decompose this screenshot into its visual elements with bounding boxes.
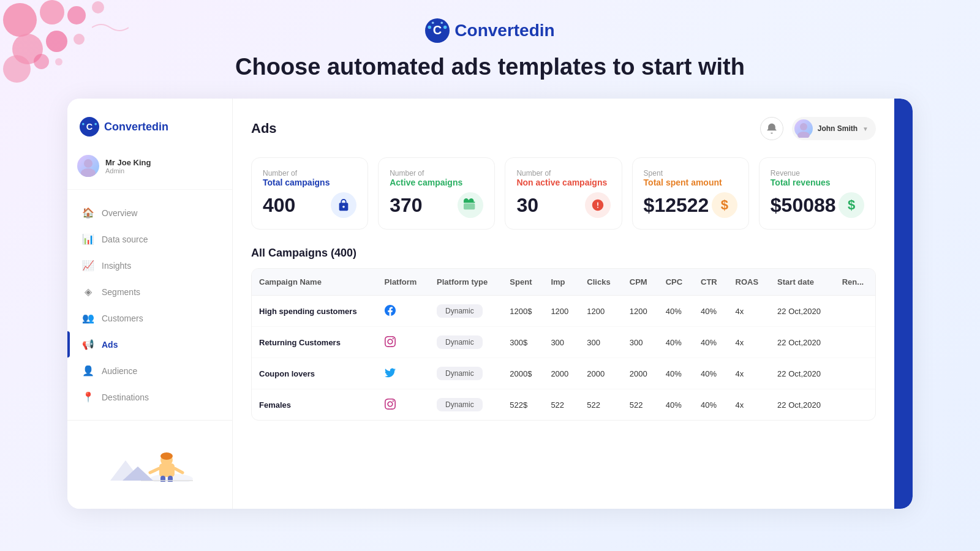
spent-cell: 1200$	[502, 296, 543, 327]
campaigns-section: All Campaigns (400) Campaign Name Platfo…	[251, 247, 876, 421]
audience-icon: 👤	[82, 365, 94, 377]
cpc-cell: 40%	[658, 358, 693, 389]
stat-value-active: 370	[390, 194, 422, 217]
svg-point-24	[797, 132, 810, 138]
stat-card-non-active-campaigns: Number of Non active campaigns 30	[505, 157, 622, 230]
sidebar: C Convertedin Mr Joe King Admin 🏠 Overv	[67, 99, 233, 509]
content-topbar: Ads John Smith ▼	[251, 117, 876, 140]
imp-cell: 300	[543, 327, 579, 358]
stat-icon-active	[458, 192, 483, 218]
ads-page-title: Ads	[251, 121, 277, 137]
brand-name-text: Convertedin	[454, 21, 554, 40]
svg-point-10	[84, 159, 92, 168]
sidebar-item-customers[interactable]: 👥 Customers	[67, 305, 232, 331]
campaigns-table: Campaign Name Platform Platform type Spe…	[252, 269, 875, 420]
cpm-cell: 2000	[622, 358, 658, 389]
col-spent[interactable]: Spent	[502, 269, 543, 296]
user-badge-avatar	[794, 119, 813, 138]
sidebar-logo-icon: C	[80, 117, 99, 137]
notification-button[interactable]	[760, 117, 783, 140]
stat-label-main-total: Total campaigns	[263, 178, 356, 187]
col-platform[interactable]: Platform	[377, 269, 429, 296]
col-start-date[interactable]: Start date	[770, 269, 835, 296]
stat-label-main-revenue: Total revenues	[771, 178, 864, 187]
cpc-cell: 40%	[658, 296, 693, 327]
svg-point-3	[443, 26, 447, 29]
user-badge[interactable]: John Smith ▼	[792, 117, 876, 140]
sidebar-item-overview[interactable]: 🏠 Overview	[67, 200, 232, 226]
cpm-cell: 522	[622, 389, 658, 421]
table-row: Coupon lovers Dynamic 2000$ 2000 2000 20…	[252, 358, 875, 389]
sidebar-item-label: Customers	[102, 313, 143, 323]
sidebar-user-role: Admin	[105, 167, 151, 174]
svg-text:C: C	[433, 23, 442, 37]
ctr-cell: 40%	[693, 358, 728, 389]
sidebar-item-label: Audience	[102, 366, 137, 376]
stat-card-total-revenue: Revenue Total revenues $50088 $	[759, 157, 876, 230]
start-date-cell: 22 Oct,2020	[770, 358, 835, 389]
svg-point-8	[82, 123, 85, 126]
brand-logo: C Convertedin	[425, 18, 554, 43]
sidebar-item-segments[interactable]: ◈ Segments	[67, 279, 232, 305]
ctr-cell: 40%	[693, 296, 728, 327]
stat-label-main-active: Active campaigns	[390, 178, 483, 187]
sidebar-user-name: Mr Joe King	[105, 158, 151, 167]
clicks-cell: 2000	[579, 358, 622, 389]
platform-cell	[377, 296, 429, 327]
platform-type-cell: Dynamic	[429, 296, 502, 327]
customers-icon: 👥	[82, 312, 94, 324]
stats-row: Number of Total campaigns 400 Number of …	[251, 157, 876, 230]
sidebar-item-insights[interactable]: 📈 Insights	[67, 252, 232, 279]
stat-label-top-spent: Spent	[644, 169, 737, 178]
main-card: C Convertedin Mr Joe King Admin 🏠 Overv	[67, 99, 913, 509]
col-cpc[interactable]: CPC	[658, 269, 693, 296]
sidebar-item-data-source[interactable]: 📊 Data source	[67, 226, 232, 252]
stat-icon-total	[331, 192, 356, 218]
sidebar-item-audience[interactable]: 👤 Audience	[67, 358, 232, 384]
ctr-cell: 40%	[693, 327, 728, 358]
roas-cell: 4x	[728, 327, 771, 358]
imp-cell: 2000	[543, 358, 579, 389]
svg-line-17	[175, 468, 183, 473]
campaigns-title: All Campaigns (400)	[251, 247, 876, 260]
svg-point-4	[432, 21, 434, 24]
page-title: Choose automated ads templates to start …	[235, 54, 745, 80]
page-header: C Convertedin Choose automated ads templ…	[0, 0, 980, 99]
convertedin-logo-icon: C	[425, 18, 450, 43]
spent-cell: 2000$	[502, 358, 543, 389]
col-roas[interactable]: ROAS	[728, 269, 771, 296]
spent-cell: 300$	[502, 327, 543, 358]
campaign-name-cell: Females	[252, 389, 377, 421]
col-platform-type[interactable]: Platform type	[429, 269, 502, 296]
sidebar-item-label: Destinations	[102, 392, 149, 402]
sidebar-nav: 🏠 Overview 📊 Data source 📈 Insights ◈ Se…	[67, 190, 232, 420]
spent-cell: 522$	[502, 389, 543, 421]
table-row: High spending customers Dynamic 1200$ 12…	[252, 296, 875, 327]
stat-label-main-spent: Total spent amount	[644, 178, 737, 187]
col-ren[interactable]: Ren...	[835, 269, 875, 296]
stat-value-spent: $12522	[644, 194, 709, 217]
svg-point-5	[441, 21, 443, 24]
data-source-icon: 📊	[82, 233, 94, 245]
sidebar-item-destinations[interactable]: 📍 Destinations	[67, 384, 232, 410]
cpm-cell: 1200	[622, 296, 658, 327]
sidebar-item-ads[interactable]: 📢 Ads	[67, 331, 232, 358]
stat-icon-revenue: $	[839, 192, 864, 218]
stat-card-total-spent: Spent Total spent amount $12522 $	[632, 157, 749, 230]
col-ctr[interactable]: CTR	[693, 269, 728, 296]
svg-rect-25	[464, 203, 475, 209]
sidebar-item-label: Data source	[102, 234, 148, 244]
stat-icon-spent: $	[712, 192, 737, 218]
user-badge-name: John Smith	[818, 124, 858, 133]
col-imp[interactable]: Imp	[543, 269, 579, 296]
col-campaign-name[interactable]: Campaign Name	[252, 269, 377, 296]
roas-cell: 4x	[728, 358, 771, 389]
table-row: Returning Customers Dynamic 300$ 300 300…	[252, 327, 875, 358]
cpm-cell: 300	[622, 327, 658, 358]
table-header-row: Campaign Name Platform Platform type Spe…	[252, 269, 875, 296]
col-cpm[interactable]: CPM	[622, 269, 658, 296]
blue-strip	[894, 99, 913, 509]
svg-text:C: C	[86, 122, 93, 132]
col-clicks[interactable]: Clicks	[579, 269, 622, 296]
ren-cell	[835, 296, 875, 327]
